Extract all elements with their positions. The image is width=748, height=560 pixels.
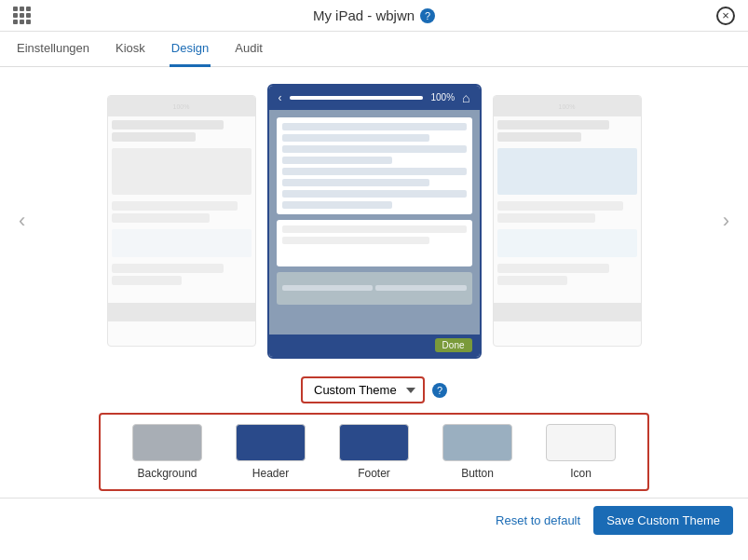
swatch-button[interactable]: Button [426, 424, 529, 480]
header-color-box[interactable] [236, 424, 306, 461]
button-label: Button [461, 467, 494, 480]
close-button[interactable]: × [716, 7, 735, 25]
grid-icon [13, 7, 31, 24]
done-label: Done [435, 338, 472, 352]
tab-audit[interactable]: Audit [233, 32, 265, 67]
carousel-right-arrow[interactable]: › [714, 209, 739, 233]
carousel-area: ‹ 100% ‹ [0, 76, 748, 365]
reset-to-default-link[interactable]: Reset to default [496, 513, 580, 527]
footer-label: Footer [358, 467, 390, 480]
bottom-bar: Reset to default Save Custom Theme [0, 498, 748, 542]
nav-tabs: Einstellungen Kiosk Design Audit [0, 32, 748, 67]
theme-selector-row: Custom Theme Default Theme Dark Theme Li… [301, 376, 447, 403]
right-preview-footer [494, 303, 641, 321]
background-label: Background [137, 467, 197, 480]
swatches-container: Background Header Footer Button Icon [99, 413, 649, 491]
tab-design[interactable]: Design [170, 32, 211, 67]
footer-color-box[interactable] [339, 424, 409, 461]
tab-kiosk[interactable]: Kiosk [114, 32, 147, 67]
right-preview: 100% [493, 95, 642, 347]
page-title: My iPad - wbjwn ? [313, 7, 435, 23]
left-preview-footer [108, 303, 255, 321]
swatch-icon[interactable]: Icon [529, 424, 632, 480]
title-help-icon[interactable]: ? [420, 8, 435, 23]
cp-content [277, 117, 472, 214]
main-content: ‹ 100% ‹ [0, 67, 748, 542]
right-preview-header: 100% [494, 96, 641, 116]
title-text: My iPad - wbjwn [313, 7, 415, 23]
tab-einstellungen[interactable]: Einstellungen [15, 32, 91, 67]
cp-footer: Done [269, 335, 480, 357]
theme-dropdown[interactable]: Custom Theme Default Theme Dark Theme Li… [301, 376, 425, 403]
carousel-left-arrow[interactable]: ‹ [9, 209, 34, 233]
cp-body [269, 110, 480, 335]
left-preview-header: 100% [108, 96, 255, 116]
header-label: Header [252, 467, 289, 480]
right-preview-body [494, 116, 641, 303]
button-color-box[interactable] [442, 424, 512, 461]
icon-label: Icon [570, 467, 592, 480]
icon-color-box[interactable] [546, 424, 616, 461]
left-preview-body [108, 116, 255, 303]
swatch-footer[interactable]: Footer [322, 424, 426, 480]
top-bar: My iPad - wbjwn ? × [0, 0, 748, 32]
left-preview: 100% [107, 95, 256, 347]
background-color-box[interactable] [132, 424, 202, 461]
swatch-header[interactable]: Header [219, 424, 322, 480]
theme-help-icon[interactable]: ? [432, 383, 447, 398]
center-preview: ‹ 100% ⌂ [267, 84, 482, 359]
cp-gray-block [277, 272, 472, 305]
swatch-background[interactable]: Background [116, 424, 219, 480]
cp-white-block [277, 220, 472, 266]
cp-header: ‹ 100% ⌂ [269, 86, 480, 110]
save-custom-theme-button[interactable]: Save Custom Theme [593, 506, 733, 535]
